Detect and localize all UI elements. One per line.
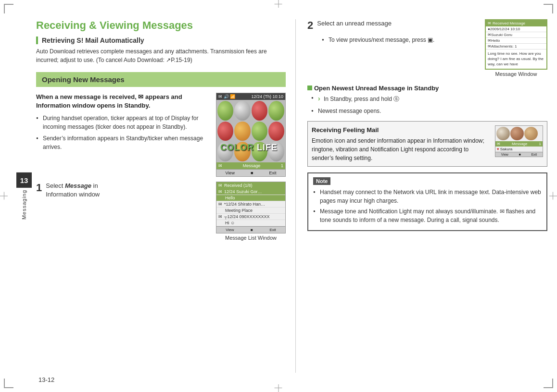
- phone-time: 12/24 (Th) 10:10: [251, 94, 283, 99]
- note-header: Note: [313, 177, 330, 185]
- step1-text: Select Message in Information window: [46, 182, 100, 199]
- phone-message-row: ✉ Message 1: [216, 162, 285, 169]
- recv-icon-3: ✉: [218, 202, 222, 207]
- feel-action-bar: View ■ Exit: [495, 152, 543, 157]
- phone-image-area: COLOR LIFE: [216, 100, 285, 162]
- chapter-number: 13: [16, 172, 32, 188]
- feel-msg-icon: ✉: [497, 142, 500, 146]
- step1-area: 1 Select Message in Information window ✉…: [36, 182, 286, 241]
- msg-win-title: Received Message: [493, 21, 525, 25]
- msg-win-row-2: ✉Suzuki Goru: [486, 32, 546, 38]
- phone-action-exit: Exit: [269, 171, 276, 175]
- recv-row-5: ✉ ┬12/24 090XXXXXXXX: [216, 214, 285, 220]
- phone-screen-mockup: ✉ 🔊 📶 12/24 (Th) 10:10: [216, 93, 286, 177]
- phone-header: ✉ 🔊 📶 12/24 (Th) 10:10: [216, 93, 285, 100]
- fruit-7: [252, 122, 267, 141]
- opening-bullet-2: Sender’s information appears in Standby/…: [36, 134, 210, 151]
- opening-section-title: Opening New Messages: [42, 75, 280, 84]
- color-text: COLOR: [220, 143, 257, 152]
- recv-text-2: Hello: [218, 196, 235, 200]
- msg-win-row-1: ●2009/12/24 10:10: [486, 26, 546, 32]
- section1-header: Retrieving S! Mail Automatically: [36, 37, 286, 44]
- feel-msg-row: ✉ Message 1: [495, 141, 543, 147]
- opening-bullets: During handset operation, ticker appears…: [36, 114, 210, 151]
- step1-bold-text: Message: [65, 182, 91, 189]
- open-newest-bullet-1: › In Standby, press and hold ⓢ: [311, 94, 547, 104]
- note-item-1: Handset may connect to the Network via U…: [313, 188, 542, 205]
- feeling-mail-text: Receiving Feeling Mail Emotion icon and …: [312, 125, 491, 163]
- msg-win-row-3: ✉Hello: [486, 38, 546, 44]
- open-newest-bullet-2: Newest message opens.: [311, 107, 547, 115]
- opening-intro-text: When a new message is received, ✉ appear…: [36, 93, 182, 109]
- recv-action-exit: Exit: [269, 228, 276, 232]
- recv-text-5: ┬12/24 090XXXXXXXX: [224, 214, 269, 219]
- feeling-mail-title: Receiving Feeling Mail: [312, 125, 491, 135]
- feeling-screen: ✉ Message 1 ♥ Sakura View ■ Exit: [495, 125, 543, 157]
- fruit-1: [217, 101, 233, 121]
- corner-mark-tr: [544, 4, 553, 13]
- step2-area: 2 Select an unread message To view previ…: [307, 19, 547, 77]
- corner-mark-br: [544, 379, 553, 388]
- corner-mark-tl: [4, 4, 13, 13]
- step2-bullets: To view previous/next message, press ▣.: [322, 36, 479, 44]
- open-newest-bullets: › In Standby, press and hold ⓢ Newest me…: [307, 94, 547, 115]
- recv-caption: Message List Window: [216, 235, 286, 241]
- open-newest-section: Open Newest Unread Message in Standby › …: [307, 85, 547, 115]
- right-center-mark: [549, 196, 557, 196]
- recv-action-mid: ■: [251, 228, 253, 232]
- feel-msg-label: Message: [512, 142, 527, 146]
- recv-row-4: Meeting Place: [216, 208, 285, 214]
- feeling-mail-body: Emotion icon and sender information appe…: [312, 136, 491, 162]
- recv-text-6: Hi ☺: [218, 220, 235, 225]
- recv-title: Received (1/8): [224, 183, 253, 188]
- step2-content: 2 Select an unread message To view previ…: [307, 19, 479, 47]
- opening-intro: When a new message is received, ✉ appear…: [36, 93, 210, 110]
- page-number: 13-12: [38, 376, 54, 383]
- section1-title: Retrieving S! Mail Automatically: [42, 37, 286, 44]
- feel-msg-count: 1: [539, 142, 541, 146]
- step2-bullet-1: To view previous/next message, press ▣.: [322, 36, 479, 44]
- opening-bullet-1: During handset operation, ticker appears…: [36, 114, 210, 131]
- recv-icon-5: ✉: [218, 214, 222, 219]
- left-column: Receiving & Viewing Messages Retrieving …: [36, 19, 296, 373]
- phone-icons: ✉ 🔊 📶: [218, 94, 235, 99]
- phone-display: ✉ 🔊 📶 12/24 (Th) 10:10: [216, 93, 286, 177]
- life-text: LIFE: [257, 143, 278, 152]
- phone-action-mid: ■: [251, 171, 253, 175]
- feel-circle-1: [496, 127, 510, 140]
- msg-window-screen: ✉ Received Message ●2009/12/24 10:10 ✉Su…: [485, 19, 547, 70]
- recv-row-2: Hello: [216, 195, 285, 201]
- msg-window-container: ✉ Received Message ●2009/12/24 10:10 ✉Su…: [485, 19, 547, 77]
- main-columns: Receiving & Viewing Messages Retrieving …: [36, 19, 547, 373]
- step1-info-window: Information window: [46, 191, 100, 198]
- feel-circle-3: [524, 127, 538, 140]
- phone-msg-label: Message: [243, 163, 261, 168]
- feel-img-row: [495, 126, 543, 141]
- recv-action-view: View: [226, 228, 234, 232]
- fruit-3: [252, 101, 267, 121]
- msg-win-header: ✉ Received Message: [486, 20, 546, 26]
- feel-circle-2: [510, 127, 524, 140]
- recv-icon: ✉: [218, 183, 222, 188]
- open-newest-b1-text: In Standby, press and hold ⓢ: [324, 96, 399, 102]
- left-center-mark: [0, 196, 8, 196]
- phone-msg-icon: ✉: [218, 163, 222, 168]
- feel-action-mid: ■: [519, 153, 521, 156]
- open-newest-title: Open Newest Unread Message in Standby: [307, 85, 547, 92]
- step2-number: 2: [307, 19, 313, 32]
- page-title: Receiving & Viewing Messages: [36, 19, 286, 32]
- fruit-6: [234, 122, 250, 141]
- recv-row-3: ✉ *12/24 Shirato Han…: [216, 201, 285, 208]
- msg-win-row-4: ✉Attachments: 1: [486, 44, 546, 49]
- recv-row-1: ✉ 12/24 Suzuki Gor…: [216, 189, 285, 195]
- chapter-tab: 13 Messaging: [14, 172, 34, 220]
- note-item-2: Message tone and Notification Light may …: [313, 207, 542, 224]
- fruit-4: [268, 101, 284, 121]
- recv-text-4: Meeting Place: [218, 208, 253, 213]
- step2-row: 2 Select an unread message: [307, 19, 479, 32]
- opening-layout: When a new message is received, ✉ appear…: [36, 93, 286, 177]
- step1-row: 1 Select Message in Information window: [36, 182, 100, 199]
- feel-name-text: Sakura: [500, 147, 512, 151]
- phone-msg-count: 1: [281, 163, 283, 168]
- opening-text: When a new message is received, ✉ appear…: [36, 93, 210, 154]
